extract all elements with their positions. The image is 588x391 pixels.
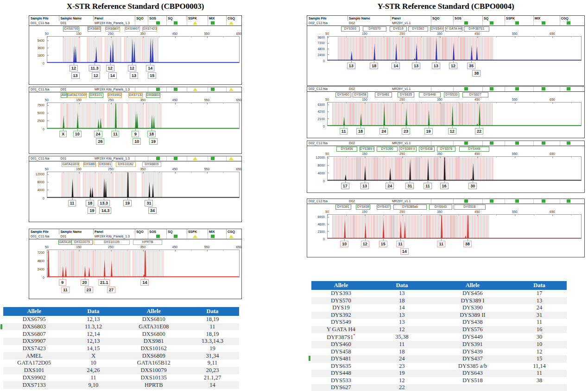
- x-axis-tick-label: 350: [437, 32, 443, 36]
- x-axis-tick-label: 250: [108, 98, 114, 102]
- allele-call-box: 13: [347, 63, 355, 69]
- allele-call-box: 19: [424, 128, 433, 135]
- table-cell: 30: [512, 333, 567, 341]
- column-separator: [348, 16, 348, 21]
- marker-label: GATA165B12: [58, 240, 72, 245]
- table-cell: 21.1,27: [186, 374, 239, 382]
- sample-file-name: D01_C11.fsa: [31, 157, 49, 160]
- column-header-label: Sample Name: [60, 16, 82, 20]
- allele-data-table: AlleleDataAlleleDataDYS39313DYS45617DYS5…: [311, 281, 567, 391]
- electropherogram-panel: D02_C12.fsaD02MR29Y_v1.1DYS391DYS439DYS4…: [307, 199, 585, 257]
- allele-call-box: 31: [145, 200, 153, 206]
- x-axis-tick-label: 350: [140, 167, 145, 171]
- marker-label: DXS981: [98, 162, 112, 167]
- table-cell: DYS439: [433, 348, 512, 356]
- quality-pass-flag-icon: [211, 21, 215, 25]
- quality-pass-flag-icon: [174, 235, 177, 238]
- x-axis-tick-label: 650: [236, 32, 242, 36]
- x-axis-tick-label: 250: [399, 152, 405, 156]
- column-separator: [187, 234, 187, 239]
- allele-call-box: 11: [396, 241, 405, 247]
- column-header-label: SSPK: [188, 16, 197, 20]
- column-separator: [560, 21, 560, 26]
- marker-label: DYS438: [419, 147, 435, 152]
- table-cell: DXS6810: [122, 316, 186, 323]
- table-cell: DYS635: [311, 363, 371, 370]
- x-axis-tick-label: 350: [140, 245, 145, 249]
- table-row: DXS680311.3,12GATA31E0811: [3, 323, 239, 331]
- allele-call-box: 14: [400, 248, 409, 255]
- allele-call-box: 15: [148, 72, 156, 79]
- marker-label-row: DYS393DYS570DYS19DYS392DYS549Y GATA H4DY…: [307, 26, 584, 32]
- y-axis-tick-label: 8000: [30, 180, 44, 184]
- quality-pass-flag-icon: [542, 141, 545, 145]
- table-row: DXS680712,14DXS680018,19: [3, 330, 239, 338]
- table-cell: DXS6803: [3, 323, 65, 331]
- table-header-cell: Data: [512, 281, 567, 290]
- y-axis-tick-label: 2400: [30, 268, 44, 271]
- table-header-cell: Data: [65, 307, 121, 316]
- marker-label: DYF387S1: [464, 26, 489, 32]
- table-header-cell: Data: [186, 307, 239, 316]
- marker-label: DYS392: [408, 26, 428, 32]
- allele-call-box: 23: [85, 287, 93, 293]
- table-row: DYS62722: [311, 384, 567, 391]
- column-separator: [187, 229, 187, 234]
- y-axis-tick-label: 12000: [30, 173, 44, 176]
- allele-call-box: 14: [108, 72, 117, 79]
- column-separator: [148, 156, 148, 161]
- table-header-cell: Allele: [433, 281, 512, 290]
- column-separator: [187, 156, 187, 161]
- marker-label: DYS456: [336, 147, 357, 152]
- allele-call-box: 11.3: [89, 65, 100, 71]
- allele-call-box: 9: [132, 131, 139, 137]
- x-axis-tick-label: 550: [512, 210, 518, 214]
- x-axis-tick-label: 150: [362, 32, 367, 36]
- table-cell: DYS481: [311, 355, 371, 363]
- allele-call-box: 35: [467, 63, 475, 69]
- column-separator: [148, 229, 148, 234]
- electropherogram-panel: D02_C12.fsaD02MR29Y_v1.1DYS456DYS389 IDY…: [307, 141, 585, 193]
- marker-label: DYS576: [437, 147, 455, 152]
- allele-call-box: 38: [472, 70, 481, 77]
- table-row: Y GATA H412DYS57616: [311, 326, 567, 333]
- table-cell: DXS7423: [3, 345, 65, 353]
- table-row: DYS54913DYS43811: [311, 319, 567, 326]
- column-header-label: Sample File: [309, 16, 327, 20]
- table-cell: [433, 384, 512, 391]
- x-axis-tick-label: 450: [474, 152, 480, 156]
- table-cell: 9,10: [65, 381, 121, 389]
- x-axis-tick-label: 550: [204, 245, 210, 249]
- quality-pass-flag-icon: [515, 87, 519, 90]
- table-cell: 11: [512, 370, 567, 377]
- quality-pass-flag-icon: [490, 21, 493, 25]
- x-axis-tick-label: 250: [108, 167, 114, 171]
- marker-label: DYS481: [375, 92, 392, 97]
- electropherogram-plot: [47, 172, 240, 198]
- marker-label-row: DYS391DYS439DYS437DYS385abDYS643DYS518: [307, 205, 584, 210]
- table-cell: DYS393: [311, 290, 371, 297]
- x-axis-tick-label: 650: [550, 32, 555, 36]
- table-cell: DYF387S1*: [311, 333, 371, 341]
- table-cell: DYS391: [433, 341, 512, 348]
- marker-label: DXS6803: [88, 26, 101, 32]
- column-separator: [148, 21, 148, 26]
- electropherogram-panel: Sample FileSample NamePanelSQOSOSSQSSPKM…: [29, 229, 242, 299]
- marker-label: DYS449: [459, 147, 489, 152]
- column-separator: [166, 16, 167, 21]
- table-cell: DYS627: [311, 384, 371, 391]
- column-separator: [431, 141, 431, 146]
- panel-kit-name: MR19X Kits_Panels_1.3: [95, 21, 130, 25]
- table-cell: DYS460: [311, 341, 371, 348]
- quality-pass-flag-icon: [515, 21, 519, 25]
- allele-call-box: 38: [463, 241, 472, 247]
- allele-call-box: 11: [424, 183, 432, 189]
- table-cell: 24,26: [65, 367, 121, 374]
- quality-pass-flag-icon: [174, 21, 177, 25]
- marker-label: Y GATA H4: [445, 26, 462, 32]
- quality-pass-flag-icon: [156, 88, 160, 91]
- electropherogram-panel: D01_C11.fsaD01MR19X Kits_Panels_1.3GATA3…: [29, 156, 242, 222]
- panel-kit-name: MR19X Kits_Panels_1.3: [95, 235, 130, 238]
- x-axis-tick-label: 50: [325, 210, 329, 214]
- column-separator: [453, 141, 454, 146]
